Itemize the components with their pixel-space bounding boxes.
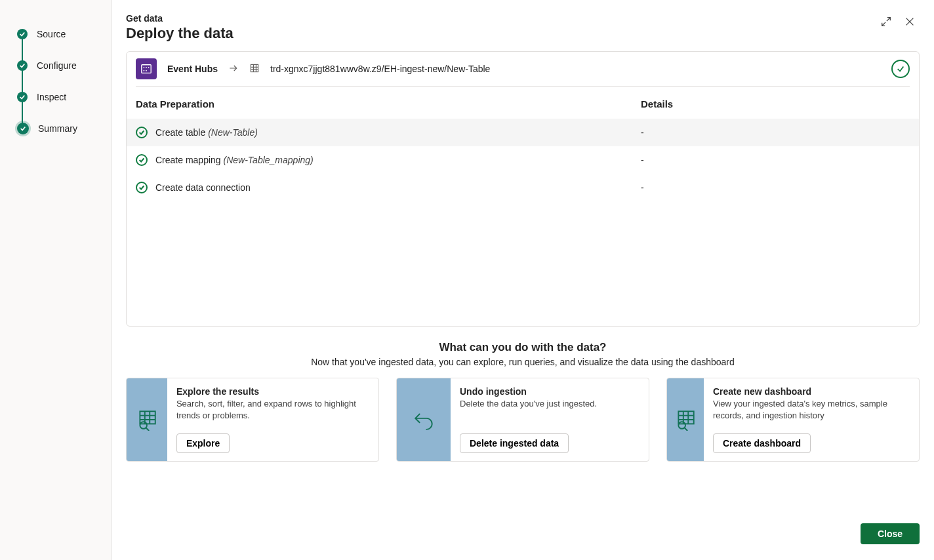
expand-icon[interactable] [880,16,892,30]
tile-title: Create new dashboard [713,386,910,397]
explore-icon [127,378,167,461]
explore-button[interactable]: Explore [176,433,230,453]
delete-ingested-button[interactable]: Delete ingested data [460,433,569,453]
column-header-details: Details [641,98,910,110]
tile-description: Delete the data you've just ingested. [460,398,597,433]
row-param: (New-Table) [208,127,258,138]
main-content: Get data Deploy the data Event Hubs trd-… [112,0,934,560]
next-steps-subtitle: Now that you've ingested data, you can e… [126,357,920,367]
wizard-sidebar: Source Configure Inspect Summary [0,0,112,560]
close-icon[interactable] [904,16,916,30]
tile-explore: Explore the results Search, sort, filter… [126,378,379,462]
next-steps-title: What can you do with the data? [126,341,920,354]
step-summary[interactable]: Summary [0,113,111,144]
destination-path: trd-xgnxc7jjgt881wwv8w.z9/EH-ingest-new/… [270,64,490,74]
check-icon [17,29,28,39]
svg-point-4 [144,70,145,71]
table-icon [249,63,260,75]
tile-title: Undo ingestion [460,386,597,397]
close-button[interactable]: Close [861,523,920,544]
step-inspect[interactable]: Inspect [0,81,111,113]
tile-title: Explore the results [176,386,369,397]
create-dashboard-button[interactable]: Create dashboard [713,433,811,453]
page-eyebrow: Get data [126,13,234,24]
svg-point-3 [148,67,150,68]
row-details: - [641,155,910,165]
tile-description: Search, sort, filter, and expand rows to… [176,398,369,433]
tile-dashboard: Create new dashboard View your ingested … [666,378,920,462]
success-check-icon [136,182,148,193]
success-check-icon [136,127,148,138]
check-icon [17,92,28,102]
check-icon [17,60,28,71]
step-label: Summary [38,123,77,134]
step-label: Configure [37,60,77,71]
summary-card: Event Hubs trd-xgnxc7jjgt881wwv8w.z9/EH-… [126,51,920,327]
tile-description: View your ingested data's key metrics, s… [713,398,910,433]
row-param: (New-Table_mapping) [224,155,314,165]
success-check-icon [136,154,148,166]
step-label: Source [37,29,66,39]
success-status-icon [891,60,910,78]
event-hubs-icon [136,58,157,79]
svg-point-2 [146,67,147,68]
row-label: Create mapping [155,155,221,165]
row-details: - [641,182,910,193]
next-steps-section: What can you do with the data? Now that … [126,341,920,462]
svg-point-8 [140,422,147,429]
dashboard-icon [667,378,704,461]
svg-point-10 [678,422,685,429]
step-configure[interactable]: Configure [0,50,111,81]
row-label: Create table [155,127,205,138]
svg-rect-6 [251,64,258,71]
source-type-label: Event Hubs [167,64,218,74]
column-header-preparation: Data Preparation [136,98,641,110]
row-label: Create data connection [155,182,251,193]
table-row: Create mapping (New-Table_mapping) - [127,146,919,174]
svg-point-1 [144,67,145,68]
row-details: - [641,127,910,138]
svg-rect-0 [142,65,151,73]
table-row: Create data connection - [127,174,919,201]
step-source[interactable]: Source [0,18,111,50]
table-row: Create table (New-Table) - [127,119,919,146]
page-title: Deploy the data [126,25,234,42]
arrow-right-icon [228,63,239,75]
step-label: Inspect [37,92,66,102]
svg-point-5 [146,70,147,71]
tile-undo: Undo ingestion Delete the data you've ju… [396,378,649,462]
undo-icon [397,378,451,461]
check-icon [17,123,29,134]
